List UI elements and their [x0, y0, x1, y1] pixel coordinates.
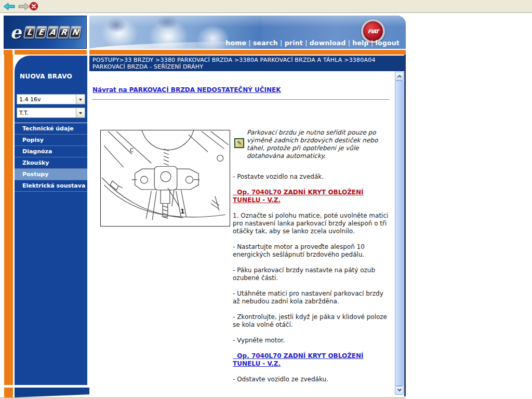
step-text: 1. Označte si polohu matice, poté uvolně…	[233, 212, 392, 235]
back-arrow-icon[interactable]	[3, 2, 16, 13]
logo-letter-a: A	[46, 26, 59, 38]
logo-letter-l: L	[23, 26, 36, 38]
divider	[92, 99, 390, 100]
window-right-border	[404, 55, 406, 396]
sidebar-menu: Technické údajePopisyDiagnózaZkouškyPost…	[15, 123, 87, 192]
step-text: - Utáhněte matici pro nastavení parkovac…	[233, 290, 392, 305]
forward-arrow-icon[interactable]	[18, 2, 30, 13]
sidebar: NUOVA BRAVO 1.4 16v T.T. Technické údaje…	[15, 56, 87, 385]
chevron-up-icon	[397, 75, 401, 79]
orange-stripe-bottom	[4, 388, 13, 398]
elearn-logo-e: e	[10, 23, 21, 41]
step-text: - Nastartujte motor a proveďte alespoň 1…	[233, 243, 392, 259]
nav-logout[interactable]: logout	[376, 39, 400, 47]
sidebar-item-popisy[interactable]: Popisy	[15, 135, 87, 146]
figure-callout-1: 1	[180, 207, 185, 215]
nav-separator: |	[278, 39, 285, 47]
browser-toolbar	[0, 0, 532, 13]
transmission-select-value: T.T.	[17, 110, 76, 116]
chevron-down-icon	[397, 387, 401, 391]
elearn-logo-letters: LEARN	[23, 26, 81, 38]
note-pencil-icon: ✎	[234, 138, 244, 148]
nav-print[interactable]: print	[285, 39, 303, 47]
logo-letter-n: N	[69, 26, 82, 38]
step-text: - Postavte vozidlo na zvedák.	[233, 173, 392, 181]
banner-gloss	[89, 16, 406, 27]
chevron-down-icon[interactable]	[76, 95, 85, 104]
nav-download[interactable]: download	[310, 39, 346, 47]
sidebar-item-diagnoza[interactable]: Diagnóza	[15, 146, 87, 157]
main-content: Návrat na PARKOVACÍ BRZDA NEDOSTATEČNÝ U…	[89, 71, 395, 399]
op-link[interactable]: Op. 7040L70 ZADNÍ KRYT OBLOŽENÍ TUNELU -…	[233, 352, 392, 368]
orange-bar-main	[89, 50, 406, 55]
elearn-logo: e LEARN	[4, 16, 87, 49]
scrollbar-thumb[interactable]	[395, 81, 404, 386]
top-nav: home | search | print | download | help …	[225, 39, 400, 47]
header-banner: FIAT home | search | print | download | …	[89, 16, 406, 49]
step-text: - Páku parkovací brzdy nastavte na pátý …	[233, 267, 392, 282]
technical-drawing: 1 C	[101, 130, 230, 226]
op-link[interactable]: Op. 7040L70 ZADNÍ KRYT OBLOŽENÍ TUNELU -…	[233, 189, 392, 204]
sidebar-item-zkousky[interactable]: Zkoušky	[15, 157, 87, 169]
figure-letter-c: C	[130, 147, 134, 154]
step-text: - Odstavte vozidlo ze zvedáku.	[233, 376, 392, 383]
scroll-up-button[interactable]	[395, 72, 404, 81]
sidebar-item-elektricka-soustava[interactable]: Elektrická soustava	[15, 180, 87, 192]
parking-brake-figure: 1 C	[100, 130, 230, 227]
nav-separator: |	[369, 39, 376, 47]
stop-close-icon[interactable]	[29, 2, 38, 13]
engine-select-value: 1.4 16v	[17, 96, 76, 103]
steps: - Postavte vozidlo na zvedák. Op. 7040L7…	[233, 173, 392, 391]
sidebar-item-technicke-udaje[interactable]: Technické údaje	[15, 123, 87, 135]
vertical-scrollbar[interactable]	[395, 72, 404, 395]
step-text: - Zkontrolujte, jestli když je páka v kl…	[233, 313, 392, 329]
logo-letter-e: E	[35, 26, 47, 38]
engine-select[interactable]: 1.4 16v	[17, 94, 85, 104]
logo-letter-r: R	[58, 26, 70, 38]
sidebar-item-postupy[interactable]: Postupy	[15, 169, 87, 180]
nav-separator: |	[303, 39, 310, 47]
step-text: - Vypněte motor.	[233, 337, 392, 344]
nav-home[interactable]: home	[225, 39, 246, 47]
breadcrumb: POSTUPY>33 BRZDY >3380 PARKOVACÍ BRZDA >…	[89, 56, 406, 71]
nav-help[interactable]: help	[352, 39, 368, 47]
nav-separator: |	[346, 39, 353, 47]
orange-stripe	[4, 55, 13, 385]
nav-search[interactable]: search	[253, 39, 278, 47]
transmission-select[interactable]: T.T.	[17, 108, 85, 118]
window-bottom-edge	[0, 397, 406, 398]
orange-bar-sidebar	[15, 50, 87, 55]
nav-separator: |	[246, 39, 253, 47]
scroll-down-button[interactable]	[395, 386, 404, 395]
return-link[interactable]: Návrat na PARKOVACÍ BRZDA NEDOSTATEČNÝ U…	[92, 86, 281, 94]
note-text: Parkovací brzdu je nutno seřídit pouze p…	[247, 129, 391, 160]
orange-bar-left	[4, 50, 12, 55]
chevron-down-icon[interactable]	[76, 108, 85, 117]
model-title: NUOVA BRAVO	[15, 56, 87, 80]
app-window: e LEARN FIAT home | search | print | dow…	[0, 0, 532, 399]
